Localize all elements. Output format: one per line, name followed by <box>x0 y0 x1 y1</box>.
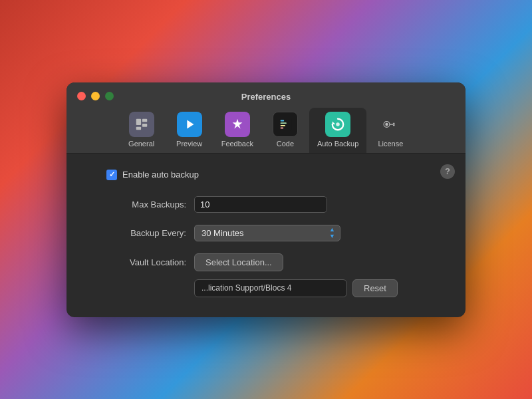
tab-feedback[interactable]: Feedback <box>213 108 261 153</box>
backup-every-row: Backup Every: 5 Minutes 10 Minutes 15 Mi… <box>93 225 439 241</box>
path-display: ...lication Support/Blocs 4 <box>194 279 347 297</box>
tab-general-label: General <box>128 140 154 148</box>
close-button[interactable] <box>77 92 86 100</box>
general-icon <box>129 112 154 137</box>
svg-point-14 <box>386 122 388 125</box>
license-icon <box>378 112 403 137</box>
vault-location-label: Vault Location: <box>93 257 186 267</box>
max-backups-row: Max Backups: <box>93 196 439 213</box>
window-controls <box>77 92 114 100</box>
tab-autobackup[interactable]: Auto Backup <box>309 108 366 153</box>
autobackup-icon <box>325 112 350 137</box>
backup-every-label: Backup Every: <box>93 228 186 238</box>
svg-rect-1 <box>142 118 147 122</box>
tab-general[interactable]: General <box>118 108 166 153</box>
max-backups-input[interactable] <box>194 196 327 213</box>
code-icon <box>273 112 298 137</box>
path-row: ...lication Support/Blocs 4 Reset <box>93 279 439 297</box>
minimize-button[interactable] <box>91 92 100 100</box>
svg-rect-6 <box>279 118 291 130</box>
feedback-icon <box>225 112 250 137</box>
tab-feedback-label: Feedback <box>221 140 253 148</box>
svg-rect-10 <box>281 127 284 128</box>
enable-auto-backup-checkbox[interactable] <box>106 170 117 180</box>
reset-button[interactable]: Reset <box>352 279 398 297</box>
svg-rect-9 <box>281 124 285 126</box>
svg-rect-3 <box>136 126 140 130</box>
tab-code-label: Code <box>277 140 294 148</box>
tab-license-label: License <box>378 140 403 148</box>
backup-every-select[interactable]: 5 Minutes 10 Minutes 15 Minutes 30 Minut… <box>194 225 340 241</box>
tab-license[interactable]: License <box>366 108 414 153</box>
tab-preview[interactable]: Preview <box>166 108 213 153</box>
svg-rect-17 <box>393 125 395 126</box>
toolbar: General Preview Feedback <box>66 102 466 154</box>
enable-auto-backup-label: Enable auto backup <box>122 170 199 180</box>
preview-icon <box>177 112 202 137</box>
maximize-button[interactable] <box>105 92 114 100</box>
svg-rect-7 <box>281 120 285 121</box>
vault-location-row: Vault Location: Select Location... <box>93 253 439 271</box>
select-location-button[interactable]: Select Location... <box>194 253 283 271</box>
backup-every-select-wrapper: 5 Minutes 10 Minutes 15 Minutes 30 Minut… <box>194 225 340 241</box>
title-bar: Preferences <box>66 82 466 102</box>
svg-marker-5 <box>232 118 242 128</box>
max-backups-label: Max Backups: <box>93 200 186 209</box>
window-title: Preferences <box>241 92 291 108</box>
svg-rect-16 <box>393 122 395 123</box>
svg-rect-8 <box>281 122 287 124</box>
svg-rect-15 <box>390 124 395 124</box>
help-button[interactable]: ? <box>440 164 455 179</box>
svg-rect-2 <box>142 124 147 127</box>
tab-code[interactable]: Code <box>261 108 309 153</box>
tab-autobackup-label: Auto Backup <box>317 140 358 148</box>
content-area: ? Enable auto backup Max Backups: Backup… <box>66 154 466 317</box>
svg-rect-0 <box>136 118 140 124</box>
svg-marker-4 <box>187 120 194 128</box>
svg-point-12 <box>336 122 340 126</box>
tab-preview-label: Preview <box>176 140 202 148</box>
svg-marker-11 <box>332 121 336 124</box>
enable-auto-backup-row: Enable auto backup <box>93 170 439 180</box>
preferences-window: Preferences General Preview <box>66 82 466 317</box>
